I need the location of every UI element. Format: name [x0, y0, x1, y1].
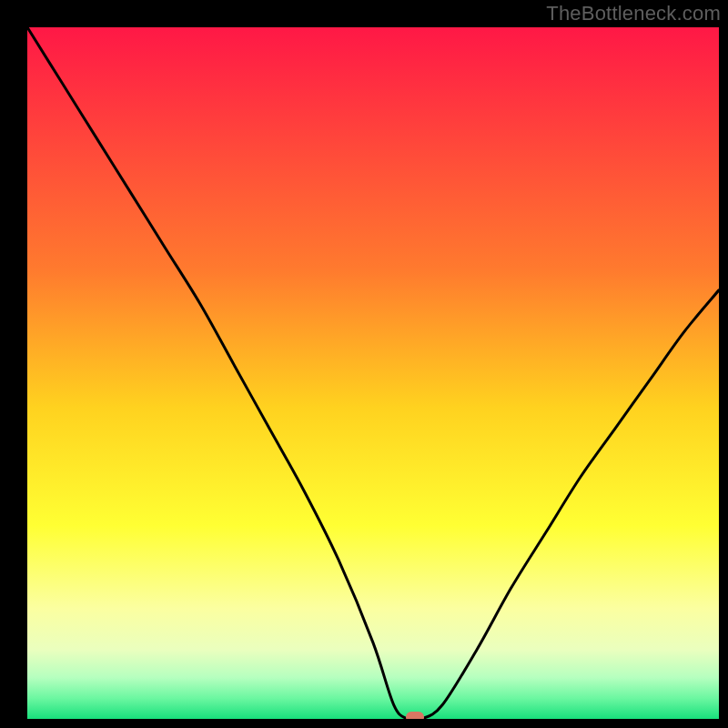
optimum-marker [406, 712, 424, 719]
chart-container: TheBottleneck.com [0, 0, 728, 728]
curve-layer [27, 27, 719, 719]
watermark-text: TheBottleneck.com [546, 2, 721, 25]
bottleneck-curve-path [27, 27, 719, 719]
plot-area [27, 27, 719, 719]
